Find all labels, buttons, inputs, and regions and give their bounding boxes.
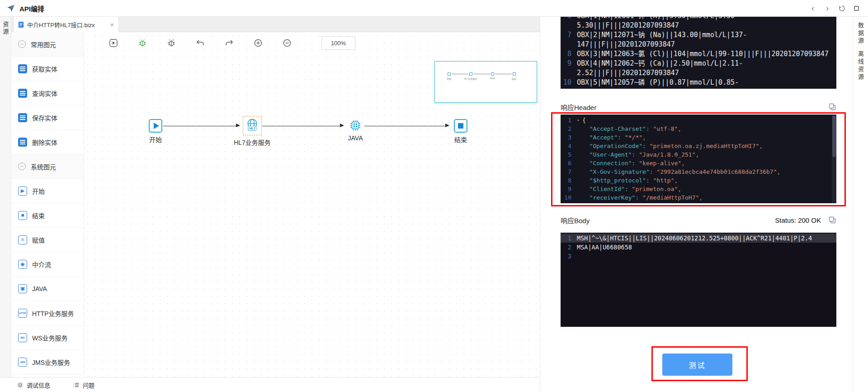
chevron-right-icon[interactable]: › <box>822 3 833 14</box>
palette-item[interactable]: ◉ 中介流 <box>11 252 84 277</box>
test-button[interactable]: 测试 <box>662 354 732 376</box>
response-panel: 6OBX|1|NM|12061~钾 (K)||5.30|mmol/L|3.50-… <box>540 17 853 392</box>
code-line: 1MSH|^~\&|HTCIS||LIS||20240606201212.525… <box>561 234 836 243</box>
scrollbar[interactable] <box>832 115 836 203</box>
tab-bizx[interactable]: 中介HTTP转HL7接口.bizx × <box>13 17 119 32</box>
response-header-code[interactable]: 1▾{ 2 "Accept-Charset": "utf-8", 3 "Acce… <box>561 115 836 203</box>
node-label: 开始 <box>149 135 162 144</box>
palette-item[interactable]: ▣ JAVA <box>11 277 84 301</box>
zoom-level[interactable]: 100% <box>321 36 355 50</box>
palette-item[interactable]: 查询实体 <box>11 81 84 105</box>
status-badge: Status: 200 OK <box>775 216 821 224</box>
minimap-node <box>491 72 494 76</box>
right-rail-tab[interactable]: 数据源 <box>856 22 865 45</box>
tab-bar: 中介HTTP转HL7接口.bizx × <box>11 17 540 32</box>
node-start[interactable]: 开始 <box>128 119 183 144</box>
left-rail: 资源 <box>0 17 11 377</box>
palette-item-icon: ▶ <box>18 186 27 196</box>
palette-item[interactable]: WS WS业务服务 <box>11 325 84 350</box>
zoom-out-icon[interactable] <box>283 38 292 48</box>
response-body-code[interactable]: 1MSH|^~\&|HTCIS||LIS||20240606201212.525… <box>561 233 836 327</box>
code-line: 4 "OperationCode": "primeton.oa.zj.media… <box>561 142 836 150</box>
undo-icon[interactable] <box>196 38 205 48</box>
palette-item-label: 结束 <box>32 211 45 220</box>
palette-item-label: 获取实体 <box>32 64 57 73</box>
code-line: 3 <box>561 252 836 261</box>
palette-item[interactable]: 获取实体 <box>11 57 84 81</box>
code-line: 7OBX|2|NM|12071~钠 (Na)||143.00|mmol/L|13… <box>561 30 836 40</box>
palette-item-label: 中介流 <box>32 260 51 269</box>
node-hl7-service[interactable]: HL7 HL7业务服务 <box>225 116 279 147</box>
tab-close-icon[interactable]: × <box>110 21 114 29</box>
response-preview-code[interactable]: 6OBX|1|NM|12061~钾 (K)||5.30|mmol/L|3.50-… <box>561 17 836 89</box>
run-icon[interactable] <box>109 38 118 48</box>
code-line: 3 "Accept": "*/*", <box>561 133 836 142</box>
copy-icon[interactable] <box>828 216 836 224</box>
palette-item[interactable]: 删除实体 <box>11 130 84 154</box>
minimap-node <box>513 72 516 76</box>
palette-item-icon: − <box>18 163 26 170</box>
step-debug-icon[interactable] <box>167 38 176 48</box>
start-node-icon <box>149 119 162 133</box>
code-line: 1▾{ <box>561 116 836 124</box>
palette-item[interactable]: − 系统图元 <box>11 154 84 179</box>
flow-canvas[interactable]: 100% 开始 HL7 HL7业务服务 JAVA 结束 开始 HL7业务服务 J… <box>84 32 540 377</box>
palette-item-icon: − <box>18 40 26 48</box>
problems-button[interactable]: 问题 <box>73 381 94 389</box>
palette-item[interactable]: HTTP HTTP业务服务 <box>11 301 84 325</box>
node-java[interactable]: JAVA <box>328 119 382 142</box>
palette-item-label: 系统图元 <box>31 162 56 171</box>
file-icon <box>18 21 24 28</box>
code-line: 7 "X-Gov-Signature": "2992a81ecbca4e74bb… <box>561 167 836 176</box>
right-rail-tab[interactable]: 离线资源 <box>856 51 865 81</box>
history-icon[interactable] <box>836 3 847 14</box>
palette-item-label: 开始 <box>32 186 45 196</box>
code-line: 6OBX|1|NM|12061~钾 (K)||5.30|mmol/L|3.50- <box>561 17 836 21</box>
palette-item-icon: ▣ <box>18 284 27 293</box>
debug-icon[interactable] <box>138 38 147 48</box>
canvas-toolbar: 100% <box>84 32 540 54</box>
minimap-label: 结束 <box>512 77 516 80</box>
palette-item-label: JAVA <box>32 285 47 292</box>
minimap-label: JAVA <box>490 77 495 80</box>
app-title: API编排 <box>19 4 44 13</box>
palette-item-icon: HTTP <box>18 309 27 318</box>
hl7-node-icon: HL7 <box>243 116 262 135</box>
code-line: 10OBX|5|NM|12057~磷 (P)||0.87|mmol/L|0.85… <box>561 78 836 87</box>
code-line: 6 "Connection": "keep-alive", <box>561 159 836 167</box>
palette-item[interactable]: − 常用图元 <box>11 32 84 57</box>
palette-item[interactable]: 保存实体 <box>11 105 84 130</box>
debug-info-button[interactable]: 调试信息 <box>17 381 50 389</box>
problems-icon <box>73 382 80 388</box>
palette-item-icon <box>18 113 27 122</box>
palette-item-label: 赋值 <box>32 235 45 244</box>
node-label: HL7业务服务 <box>234 138 271 147</box>
minimap-label: 开始 <box>447 77 451 80</box>
palette-item[interactable]: JMS JMS业务服务 <box>11 350 84 374</box>
palette: − 常用图元 获取实体 查询实体 保存实体 删除实体 − 系统图元 ▶ 开始 <box>11 32 84 377</box>
response-body-row: 响应Body Status: 200 OK <box>561 215 836 225</box>
right-rail: 数据源 离线资源 <box>853 17 868 392</box>
window-icon[interactable] <box>851 3 862 14</box>
response-header-row: 响应Header <box>561 102 836 112</box>
code-line: 1.51|||F|||20201207093847 <box>561 87 836 89</box>
palette-item[interactable]: ≡ 赋值 <box>11 228 84 252</box>
zoom-in-icon[interactable] <box>254 38 263 48</box>
copy-icon[interactable] <box>828 103 836 111</box>
minimap[interactable]: 开始 HL7业务服务 JAVA 结束 <box>434 61 537 103</box>
scrollbar-thumb[interactable] <box>832 115 836 157</box>
palette-item-label: 删除实体 <box>32 138 57 147</box>
palette-item-icon <box>18 64 27 73</box>
node-end[interactable]: 结束 <box>434 119 488 144</box>
palette-item-icon: WS <box>18 333 27 342</box>
palette-item[interactable]: ■ 结束 <box>11 203 84 228</box>
palette-item-icon: ■ <box>18 211 27 220</box>
chevron-left-icon[interactable]: ‹ <box>807 3 818 14</box>
palette-item[interactable]: ▶ 开始 <box>11 179 84 203</box>
redo-icon[interactable] <box>225 38 234 48</box>
code-line: 2 "Accept-Charset": "utf-8", <box>561 124 836 133</box>
minimap-node <box>448 72 451 76</box>
palette-item-label: JMS业务服务 <box>32 358 70 367</box>
palette-item-icon: ≡ <box>18 235 27 244</box>
resources-tab[interactable]: 资源 <box>1 21 10 377</box>
